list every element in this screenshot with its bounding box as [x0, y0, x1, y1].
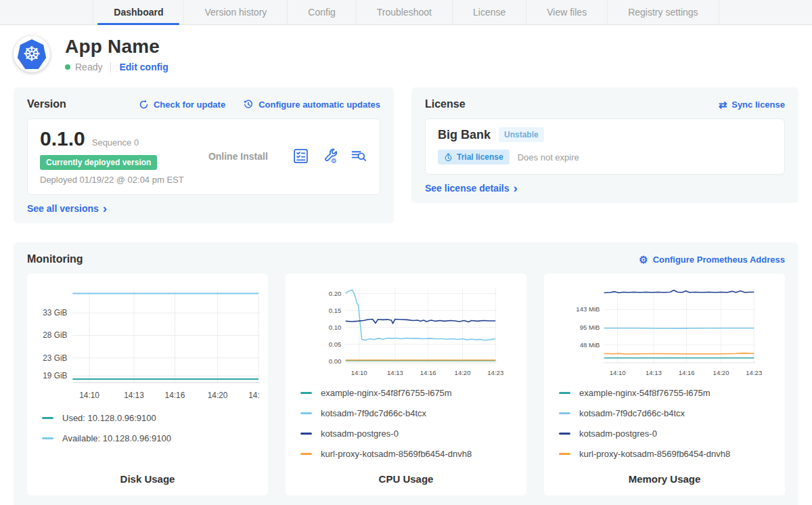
svg-text:14:23: 14:23 [248, 391, 260, 400]
customer-name: Big Bank [438, 128, 491, 142]
top-nav: Dashboard Version history Config Trouble… [0, 0, 812, 25]
channel-badge: Unstable [499, 127, 544, 142]
trial-license-badge: Trial license [438, 150, 510, 164]
app-header: ☸ App Name Ready Edit config [14, 25, 798, 81]
svg-text:14:20: 14:20 [713, 369, 729, 376]
legend-color-dash [42, 417, 53, 419]
divider [110, 62, 111, 72]
svg-text:0.05: 0.05 [329, 341, 342, 348]
legend-item: example-nginx-54f8f76755-l675m [559, 388, 777, 398]
svg-text:14:13: 14:13 [646, 369, 662, 376]
view-logs-icon[interactable] [351, 148, 367, 164]
kots-dashboard-page: Dashboard Version history Config Trouble… [0, 0, 812, 505]
legend-item: kotsadm-7f9dc7d66c-b4tcx [300, 408, 518, 418]
monitoring-section: Monitoring ⚙ Configure Prometheus Addres… [14, 242, 798, 505]
sync-license-button[interactable]: ⇄ Sync license [719, 100, 785, 110]
current-version-row: 0.1.0 Sequence 0 Currently deployed vers… [27, 118, 380, 195]
configure-prometheus-button[interactable]: ⚙ Configure Prometheus Address [639, 255, 785, 265]
cpu-usage-chart: 14:1014:1314:1614:2014:230.000.050.100.1… [294, 283, 518, 381]
svg-text:14:13: 14:13 [387, 369, 403, 376]
chevron-right-icon: › [514, 184, 518, 192]
tab-troubleshoot[interactable]: Troubleshoot [356, 0, 452, 24]
version-card: Version Check for update [14, 87, 394, 223]
legend-color-dash [559, 453, 570, 455]
license-summary-row: Big Bank Unstable Trial license [425, 118, 785, 175]
chart-legend: Used: 10.128.0.96:9100Available: 10.128.… [42, 413, 260, 454]
disk-usage-card: 14:1014:1314:1614:2014:2319 GiB23 GiB28 … [27, 273, 268, 496]
page-title: App Name [65, 36, 168, 58]
memory-usage-chart: 14:1014:1314:1614:2014:2348 MiB95 MiB143… [552, 283, 777, 381]
see-all-versions-link[interactable]: See all versions › [27, 203, 380, 214]
legend-item: kurl-proxy-kotsadm-8569fb6454-dnvh8 [300, 449, 518, 459]
chart-title: Memory Usage [552, 469, 777, 485]
svg-text:14:23: 14:23 [487, 369, 503, 376]
svg-text:28 GiB: 28 GiB [43, 330, 67, 340]
tab-license[interactable]: License [452, 0, 526, 24]
legend-label: Used: 10.128.0.96:9100 [62, 413, 156, 423]
legend-item: kotsadm-postgres-0 [300, 429, 518, 439]
tab-config[interactable]: Config [287, 0, 355, 24]
config-wrench-icon[interactable]: ⚙ [321, 148, 338, 164]
sync-icon: ⇄ [719, 100, 727, 110]
chart-title: CPU Usage [294, 469, 518, 485]
stopwatch-icon [444, 153, 453, 162]
deployed-timestamp: Deployed 01/19/22 @ 02:04 pm EST [40, 175, 184, 185]
cpu-usage-card: 14:1014:1314:1614:2014:230.000.050.100.1… [286, 273, 526, 496]
preflight-checks-icon[interactable] [292, 148, 309, 164]
sequence-label: Sequence 0 [92, 137, 139, 148]
legend-color-dash [300, 453, 312, 455]
chart-legend: example-nginx-54f8f76755-l675mkotsadm-7f… [300, 388, 518, 469]
check-for-update-button[interactable]: Check for update [139, 100, 225, 110]
legend-label: kotsadm-postgres-0 [321, 429, 399, 439]
status-text: Ready [75, 62, 102, 72]
legend-label: kurl-proxy-kotsadm-8569fb6454-dnvh8 [321, 449, 472, 459]
status-dot-icon [65, 64, 70, 70]
tab-version-history[interactable]: Version history [183, 0, 287, 24]
license-card: License ⇄ Sync license Big Bank Unstable [411, 87, 798, 203]
version-card-title: Version [27, 98, 66, 110]
legend-item: Available: 10.128.0.96:9100 [42, 433, 260, 443]
svg-text:14:16: 14:16 [679, 369, 695, 376]
legend-color-dash [559, 392, 570, 394]
svg-text:14:10: 14:10 [351, 369, 367, 376]
svg-text:14:20: 14:20 [455, 369, 471, 376]
expiry-text: Does not expire [518, 152, 579, 162]
chart-legend: example-nginx-54f8f76755-l675mkotsadm-7f… [559, 388, 777, 469]
tab-view-files[interactable]: View files [526, 0, 607, 24]
monitoring-title: Monitoring [27, 253, 83, 265]
install-type-label: Online Install [208, 151, 268, 162]
svg-text:14:20: 14:20 [208, 391, 228, 400]
configure-automatic-updates-button[interactable]: Configure automatic updates [243, 99, 380, 110]
svg-text:0.00: 0.00 [329, 357, 342, 365]
edit-config-link[interactable]: Edit config [119, 62, 168, 72]
legend-color-dash [42, 437, 53, 439]
legend-label: Available: 10.128.0.96:9100 [62, 433, 171, 443]
legend-item: kurl-proxy-kotsadm-8569fb6454-dnvh8 [559, 449, 777, 459]
legend-label: kotsadm-7f9dc7d66c-b4tcx [321, 408, 426, 418]
svg-text:48 MiB: 48 MiB [580, 341, 600, 349]
svg-text:143 MiB: 143 MiB [576, 305, 600, 313]
legend-item: example-nginx-54f8f76755-l675m [300, 388, 518, 398]
svg-text:14:16: 14:16 [420, 369, 436, 376]
see-license-details-link[interactable]: See license details › [425, 183, 785, 194]
tab-registry-settings[interactable]: Registry settings [607, 0, 719, 24]
legend-color-dash [559, 412, 570, 414]
svg-text:14:16: 14:16 [165, 391, 185, 400]
legend-color-dash [559, 433, 570, 435]
gear-icon: ⚙ [639, 255, 648, 265]
svg-text:14:10: 14:10 [79, 391, 99, 400]
legend-item: kotsadm-7f9dc7d66c-b4tcx [559, 408, 777, 418]
disk-usage-chart: 14:1014:1314:1614:2014:2319 GiB23 GiB28 … [35, 283, 260, 406]
legend-item: kotsadm-postgres-0 [559, 429, 777, 439]
tab-dashboard[interactable]: Dashboard [93, 0, 183, 24]
clock-arrow-icon [243, 99, 254, 110]
svg-text:⚙: ⚙ [331, 157, 337, 164]
legend-item: Used: 10.128.0.96:9100 [42, 413, 260, 423]
chevron-right-icon: › [103, 204, 107, 213]
refresh-icon [139, 100, 149, 110]
kubernetes-icon: ☸ [17, 39, 47, 69]
license-card-title: License [425, 98, 466, 110]
svg-text:14:13: 14:13 [124, 391, 144, 400]
legend-color-dash [300, 433, 312, 435]
svg-text:0.10: 0.10 [329, 324, 342, 331]
